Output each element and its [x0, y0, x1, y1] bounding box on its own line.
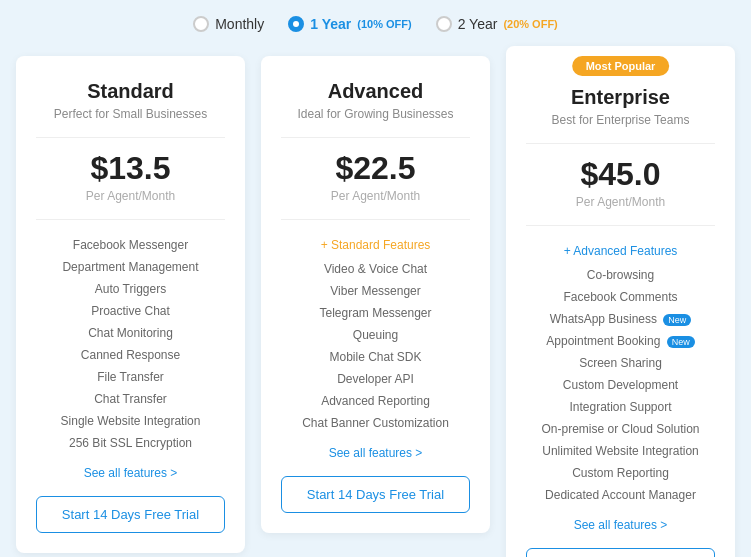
advanced-divider1: [281, 137, 470, 138]
plan-card-standard: Standard Perfect for Small Businesses $1…: [16, 56, 245, 553]
list-item: Screen Sharing: [526, 352, 715, 374]
list-item: Co-browsing: [526, 264, 715, 286]
enterprise-plan-subtitle: Best for Enterprise Teams: [526, 113, 715, 127]
list-item: Single Website Integration: [36, 410, 225, 432]
advanced-plan-name: Advanced: [281, 80, 470, 103]
list-item: Proactive Chat: [36, 300, 225, 322]
plans-container: Standard Perfect for Small Businesses $1…: [16, 56, 735, 557]
standard-divider1: [36, 137, 225, 138]
list-item: Auto Triggers: [36, 278, 225, 300]
advanced-see-all[interactable]: See all features >: [281, 446, 470, 460]
standard-features-list: Facebook Messenger Department Management…: [36, 234, 225, 454]
list-item: Chat Banner Customization: [281, 412, 470, 434]
new-badge-appointment: New: [667, 336, 695, 348]
list-item: Viber Messenger: [281, 280, 470, 302]
advanced-divider2: [281, 219, 470, 220]
standard-period: Per Agent/Month: [36, 189, 225, 203]
standard-see-all[interactable]: See all features >: [36, 466, 225, 480]
advanced-trial-button[interactable]: Start 14 Days Free Trial: [281, 476, 470, 513]
enterprise-features-header: + Advanced Features: [526, 240, 715, 262]
list-item: Dedicated Account Manager: [526, 484, 715, 506]
list-item: Advanced Reporting: [281, 390, 470, 412]
advanced-period: Per Agent/Month: [281, 189, 470, 203]
enterprise-divider1: [526, 143, 715, 144]
list-item: Unlimited Website Integration: [526, 440, 715, 462]
list-item: Appointment Booking New: [526, 330, 715, 352]
list-item: Facebook Comments: [526, 286, 715, 308]
monthly-label: Monthly: [215, 16, 264, 32]
standard-price: $13.5: [36, 150, 225, 187]
list-item: Queuing: [281, 324, 470, 346]
plan-card-advanced: Advanced Ideal for Growing Businesses $2…: [261, 56, 490, 533]
list-item: Chat Monitoring: [36, 322, 225, 344]
list-item: On-premise or Cloud Solution: [526, 418, 715, 440]
standard-plan-name: Standard: [36, 80, 225, 103]
2year-label: 2 Year: [458, 16, 498, 32]
billing-option-2year[interactable]: 2 Year (20% OFF): [436, 16, 558, 32]
list-item: Custom Development: [526, 374, 715, 396]
billing-toggle: Monthly 1 Year (10% OFF) 2 Year (20% OFF…: [16, 16, 735, 32]
1year-radio[interactable]: [288, 16, 304, 32]
list-item: Integration Support: [526, 396, 715, 418]
list-item: 256 Bit SSL Encryption: [36, 432, 225, 454]
enterprise-price: $45.0: [526, 156, 715, 193]
list-item: Developer API: [281, 368, 470, 390]
list-item: Video & Voice Chat: [281, 258, 470, 280]
list-item: Mobile Chat SDK: [281, 346, 470, 368]
plan-card-enterprise: Most Popular Enterprise Best for Enterpr…: [506, 46, 735, 557]
2year-badge: (20% OFF): [503, 18, 557, 30]
advanced-price: $22.5: [281, 150, 470, 187]
list-item: Custom Reporting: [526, 462, 715, 484]
advanced-plan-subtitle: Ideal for Growing Businesses: [281, 107, 470, 121]
standard-plan-subtitle: Perfect for Small Businesses: [36, 107, 225, 121]
list-item: Telegram Messenger: [281, 302, 470, 324]
advanced-features-list: Video & Voice Chat Viber Messenger Teleg…: [281, 258, 470, 434]
1year-badge: (10% OFF): [357, 18, 411, 30]
list-item: WhatsApp Business New: [526, 308, 715, 330]
billing-option-1year[interactable]: 1 Year (10% OFF): [288, 16, 411, 32]
list-item: Facebook Messenger: [36, 234, 225, 256]
enterprise-plan-name: Enterprise: [526, 86, 715, 109]
monthly-radio[interactable]: [193, 16, 209, 32]
list-item: File Transfer: [36, 366, 225, 388]
2year-radio[interactable]: [436, 16, 452, 32]
most-popular-badge: Most Popular: [572, 56, 670, 76]
list-item: Department Management: [36, 256, 225, 278]
standard-divider2: [36, 219, 225, 220]
enterprise-period: Per Agent/Month: [526, 195, 715, 209]
enterprise-divider2: [526, 225, 715, 226]
advanced-features-header: + Standard Features: [281, 234, 470, 256]
enterprise-features-list: Co-browsing Facebook Comments WhatsApp B…: [526, 264, 715, 506]
list-item: Chat Transfer: [36, 388, 225, 410]
enterprise-trial-button[interactable]: Start 14 Days Free Trial: [526, 548, 715, 557]
billing-option-monthly[interactable]: Monthly: [193, 16, 264, 32]
enterprise-see-all[interactable]: See all features >: [526, 518, 715, 532]
list-item: Canned Response: [36, 344, 225, 366]
1year-label: 1 Year: [310, 16, 351, 32]
standard-trial-button[interactable]: Start 14 Days Free Trial: [36, 496, 225, 533]
new-badge-whatsapp: New: [663, 314, 691, 326]
